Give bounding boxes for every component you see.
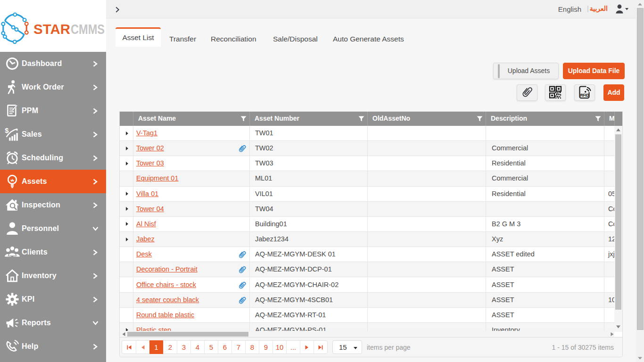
svg-text:RFID: RFID [580, 93, 589, 98]
svg-text:CMMS: CMMS [71, 22, 105, 37]
svg-text:$: $ [5, 127, 8, 134]
svg-text:STAR: STAR [33, 22, 70, 37]
